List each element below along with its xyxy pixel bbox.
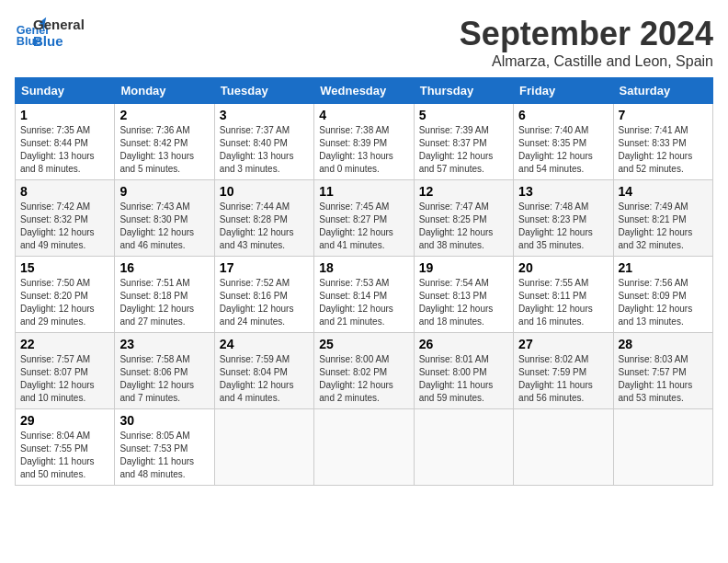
header-friday: Friday <box>514 78 613 104</box>
title-area: September 2024 Almarza, Castille and Leo… <box>460 15 713 70</box>
days-header-row: Sunday Monday Tuesday Wednesday Thursday… <box>16 78 713 104</box>
table-row: 18 Sunrise: 7:53 AMSunset: 8:14 PMDaylig… <box>314 257 414 333</box>
calendar-table: Sunday Monday Tuesday Wednesday Thursday… <box>15 77 713 486</box>
table-row: 24 Sunrise: 7:59 AMSunset: 8:04 PMDaylig… <box>214 333 313 409</box>
calendar-row: 1 Sunrise: 7:35 AMSunset: 8:44 PMDayligh… <box>16 104 713 180</box>
header-thursday: Thursday <box>414 78 513 104</box>
table-row: 19 Sunrise: 7:54 AMSunset: 8:13 PMDaylig… <box>414 257 513 333</box>
table-row: 22 Sunrise: 7:57 AMSunset: 8:07 PMDaylig… <box>16 333 115 409</box>
table-row: 28 Sunrise: 8:03 AMSunset: 7:57 PMDaylig… <box>613 333 712 409</box>
table-row: 8 Sunrise: 7:42 AMSunset: 8:32 PMDayligh… <box>16 180 115 257</box>
header-monday: Monday <box>115 78 214 104</box>
table-row: 12 Sunrise: 7:47 AMSunset: 8:25 PMDaylig… <box>414 180 513 257</box>
table-row: 16 Sunrise: 7:51 AMSunset: 8:18 PMDaylig… <box>115 257 214 333</box>
table-row: 14 Sunrise: 7:49 AMSunset: 8:21 PMDaylig… <box>613 180 712 257</box>
table-row: 3 Sunrise: 7:37 AMSunset: 8:40 PMDayligh… <box>214 104 313 180</box>
header: General Blue General Blue September 2024… <box>15 15 713 70</box>
table-row: 4 Sunrise: 7:38 AMSunset: 8:39 PMDayligh… <box>314 104 414 180</box>
calendar-row: 22 Sunrise: 7:57 AMSunset: 8:07 PMDaylig… <box>16 333 713 409</box>
table-row: 20 Sunrise: 7:55 AMSunset: 8:11 PMDaylig… <box>514 257 613 333</box>
header-sunday: Sunday <box>16 78 115 104</box>
header-saturday: Saturday <box>613 78 712 104</box>
table-row: 6 Sunrise: 7:40 AMSunset: 8:35 PMDayligh… <box>514 104 613 180</box>
table-row <box>514 409 613 486</box>
table-row: 5 Sunrise: 7:39 AMSunset: 8:37 PMDayligh… <box>414 104 513 180</box>
table-row <box>214 409 313 486</box>
logo: General Blue General Blue <box>15 15 85 50</box>
calendar-row: 15 Sunrise: 7:50 AMSunset: 8:20 PMDaylig… <box>16 257 713 333</box>
table-row: 2 Sunrise: 7:36 AMSunset: 8:42 PMDayligh… <box>115 104 214 180</box>
table-row: 30 Sunrise: 8:05 AMSunset: 7:53 PMDaylig… <box>115 409 214 486</box>
table-row: 26 Sunrise: 8:01 AMSunset: 8:00 PMDaylig… <box>414 333 513 409</box>
table-row: 11 Sunrise: 7:45 AMSunset: 8:27 PMDaylig… <box>314 180 414 257</box>
table-row: 9 Sunrise: 7:43 AMSunset: 8:30 PMDayligh… <box>115 180 214 257</box>
header-wednesday: Wednesday <box>314 78 414 104</box>
header-tuesday: Tuesday <box>214 78 313 104</box>
table-row <box>613 409 712 486</box>
table-row: 27 Sunrise: 8:02 AMSunset: 7:59 PMDaylig… <box>514 333 613 409</box>
table-row: 23 Sunrise: 7:58 AMSunset: 8:06 PMDaylig… <box>115 333 214 409</box>
location-title: Almarza, Castille and Leon, Spain <box>460 53 713 70</box>
month-title: September 2024 <box>460 15 713 53</box>
table-row: 21 Sunrise: 7:56 AMSunset: 8:09 PMDaylig… <box>613 257 712 333</box>
table-row: 17 Sunrise: 7:52 AMSunset: 8:16 PMDaylig… <box>214 257 313 333</box>
table-row: 1 Sunrise: 7:35 AMSunset: 8:44 PMDayligh… <box>16 104 115 180</box>
logo-line1: General <box>33 17 85 33</box>
table-row: 10 Sunrise: 7:44 AMSunset: 8:28 PMDaylig… <box>214 180 313 257</box>
calendar-row: 8 Sunrise: 7:42 AMSunset: 8:32 PMDayligh… <box>16 180 713 257</box>
logo-line2: Blue <box>33 33 85 50</box>
table-row: 25 Sunrise: 8:00 AMSunset: 8:02 PMDaylig… <box>314 333 414 409</box>
table-row: 7 Sunrise: 7:41 AMSunset: 8:33 PMDayligh… <box>613 104 712 180</box>
calendar-row: 29 Sunrise: 8:04 AMSunset: 7:55 PMDaylig… <box>16 409 713 486</box>
table-row: 13 Sunrise: 7:48 AMSunset: 8:23 PMDaylig… <box>514 180 613 257</box>
table-row: 29 Sunrise: 8:04 AMSunset: 7:55 PMDaylig… <box>16 409 115 486</box>
table-row: 15 Sunrise: 7:50 AMSunset: 8:20 PMDaylig… <box>16 257 115 333</box>
table-row <box>414 409 513 486</box>
table-row <box>314 409 414 486</box>
